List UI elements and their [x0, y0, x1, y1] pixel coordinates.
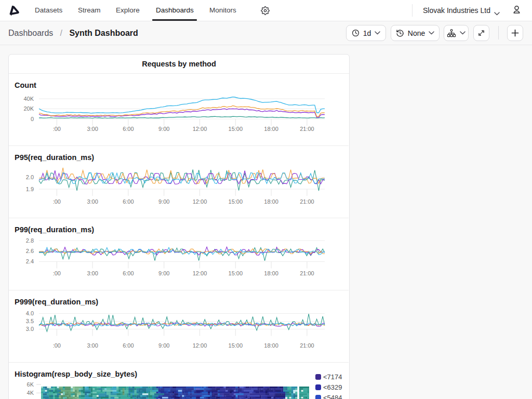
svg-text:18:00: 18:00: [264, 342, 278, 349]
svg-text::00: :00: [53, 126, 61, 132]
svg-text:21:00: 21:00: [300, 126, 314, 132]
svg-text:2.4: 2.4: [26, 258, 34, 264]
svg-text:4K: 4K: [27, 390, 34, 396]
svg-text:3:00: 3:00: [87, 270, 98, 276]
svg-text:6K: 6K: [27, 381, 34, 388]
svg-text:9:00: 9:00: [158, 126, 169, 132]
svg-text:9:00: 9:00: [158, 342, 169, 349]
svg-text:12:00: 12:00: [193, 342, 207, 349]
svg-text:2.0: 2.0: [26, 174, 34, 180]
svg-text:2.8: 2.8: [26, 237, 34, 244]
svg-text:2.6: 2.6: [26, 248, 34, 254]
svg-text:40K: 40K: [23, 96, 34, 102]
svg-text::00: :00: [53, 270, 61, 276]
svg-text:21:00: 21:00: [300, 198, 314, 205]
svg-text:6:00: 6:00: [123, 342, 134, 349]
svg-text:21:00: 21:00: [300, 342, 314, 349]
svg-text:12:00: 12:00: [193, 270, 207, 276]
svg-text:6:00: 6:00: [123, 126, 134, 132]
svg-text:15:00: 15:00: [229, 270, 243, 276]
svg-text:12:00: 12:00: [193, 126, 207, 132]
svg-text:3:00: 3:00: [87, 342, 98, 349]
svg-text:6:00: 6:00: [123, 270, 134, 276]
svg-text::00: :00: [53, 198, 61, 205]
svg-text:18:00: 18:00: [264, 270, 278, 276]
svg-text:9:00: 9:00: [158, 270, 169, 276]
svg-text:3:00: 3:00: [87, 126, 98, 132]
svg-text:3.0: 3.0: [26, 326, 34, 332]
svg-text:18:00: 18:00: [264, 198, 278, 205]
svg-text:18:00: 18:00: [264, 126, 278, 132]
svg-text:15:00: 15:00: [229, 342, 243, 349]
svg-text:3.5: 3.5: [26, 318, 34, 324]
svg-text:9:00: 9:00: [158, 198, 169, 205]
svg-text:12:00: 12:00: [193, 198, 207, 205]
svg-text:20K: 20K: [23, 105, 34, 112]
svg-text:21:00: 21:00: [300, 270, 314, 276]
svg-text:15:00: 15:00: [229, 198, 243, 205]
svg-text:3:00: 3:00: [87, 198, 98, 205]
svg-text:4.0: 4.0: [26, 310, 34, 316]
svg-text::00: :00: [53, 342, 61, 349]
svg-text:1.9: 1.9: [26, 186, 34, 192]
svg-text:0: 0: [31, 116, 34, 122]
svg-text:6:00: 6:00: [123, 198, 134, 205]
svg-text:15:00: 15:00: [229, 126, 243, 132]
